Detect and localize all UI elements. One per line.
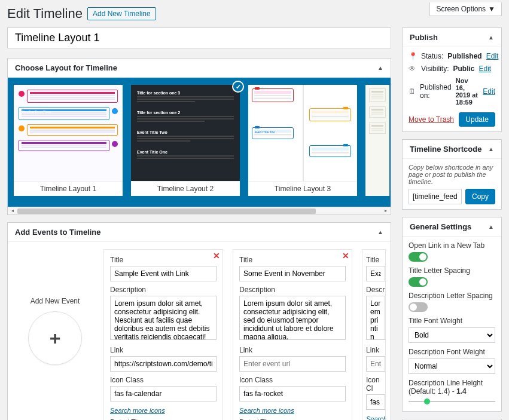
calendar-icon: 🗓	[409, 87, 416, 96]
add-new-event-label: Add New Event	[16, 297, 94, 305]
field-label-description: Description	[239, 286, 346, 294]
field-label-link: Link	[366, 346, 385, 354]
shortcode-box: Timeline Shortcode▲ Copy below shortcode…	[402, 139, 502, 210]
search-more-icons-link[interactable]: Search	[366, 415, 386, 420]
add-event-button[interactable]: +	[28, 311, 82, 365]
page-title: Edit Timeline	[7, 6, 83, 22]
event-description-input[interactable]: Lorem ipsum dolor sit amet, consectetur …	[239, 296, 346, 340]
event-card: Title Descri Lorem printin establ distra…	[362, 249, 386, 420]
scroll-left-icon[interactable]: ◂	[9, 208, 16, 213]
caret-up-icon: ▲	[377, 229, 383, 235]
shortcode-header[interactable]: Timeline Shortcode▲	[403, 140, 501, 159]
layout-option-2[interactable]: ✓ Title for section one 3 Title for sect…	[131, 85, 240, 196]
caret-down-icon: ▼	[488, 5, 495, 13]
layout-option-3[interactable]: Event Title Two Timeline Layout 3	[248, 85, 357, 196]
event-link-input[interactable]	[239, 356, 346, 372]
caret-up-icon: ▲	[488, 34, 494, 41]
event-icon-input[interactable]	[366, 394, 385, 410]
shortcode-note: Copy below shortcode in any page or post…	[409, 164, 495, 185]
choose-layout-header[interactable]: Choose Layout for Timeline ▲	[8, 59, 391, 78]
delete-event-button[interactable]: ✕	[213, 251, 220, 260]
edit-status-link[interactable]: Edit	[486, 52, 499, 60]
layout-label: Timeline Layout 2	[131, 181, 240, 196]
field-label-title: Title	[366, 256, 385, 264]
event-title-input[interactable]	[110, 266, 217, 281]
event-title-input[interactable]	[239, 266, 346, 281]
desc-letter-spacing-toggle[interactable]	[409, 302, 428, 312]
setting-label: Description Line Height (Default: 1.4) -…	[409, 379, 495, 396]
event-icon-input[interactable]	[239, 386, 346, 401]
move-to-trash-link[interactable]: Move to Trash	[409, 115, 454, 124]
setting-label: Description Font Weight	[409, 348, 495, 356]
open-link-toggle[interactable]	[409, 252, 428, 262]
field-label-icon: Icon Class	[110, 376, 217, 384]
setting-label: Title Font Weight	[409, 317, 495, 325]
layout-option-1[interactable]: Headline Event Three Timeline Layout 1	[14, 85, 123, 196]
search-more-icons-link[interactable]: Search more icons	[239, 407, 294, 414]
edit-visibility-link[interactable]: Edit	[478, 65, 491, 73]
desc-font-weight-select[interactable]: Normal	[409, 358, 495, 374]
event-card: ✕ Title Description Lorem ipsum dolor si…	[103, 249, 223, 420]
choose-layout-box: Choose Layout for Timeline ▲ Headline Ev…	[7, 58, 391, 215]
setting-label: Title Letter Spacing	[409, 266, 495, 275]
layouts-scrollbar[interactable]: ◂ ▸	[8, 207, 391, 214]
publish-header[interactable]: Publish▲	[403, 28, 501, 47]
post-title-input[interactable]	[7, 27, 391, 48]
field-label-link: Link	[239, 346, 346, 354]
delete-event-button[interactable]: ✕	[342, 251, 349, 260]
event-description-input[interactable]: Lorem printin establ distra when	[366, 296, 385, 340]
shortcode-input[interactable]	[409, 189, 462, 204]
general-settings-box: General Settings▲ Open Link in a New Tab…	[402, 217, 502, 412]
setting-label: Description Letter Spacing	[409, 292, 495, 300]
caret-up-icon: ▲	[488, 223, 494, 230]
field-label-link: Link	[110, 346, 217, 354]
layout-label: Timeline Layout 3	[248, 181, 357, 196]
update-button[interactable]: Update	[459, 112, 495, 127]
copy-shortcode-button[interactable]: Copy	[465, 189, 495, 204]
caret-up-icon: ▲	[377, 65, 383, 71]
field-label-title: Title	[110, 256, 217, 264]
edit-date-link[interactable]: Edit	[483, 87, 495, 96]
title-font-weight-select[interactable]: Bold	[409, 327, 495, 343]
scroll-right-icon[interactable]: ▸	[382, 208, 389, 213]
event-link-input[interactable]	[366, 356, 385, 372]
event-icon-input[interactable]	[110, 386, 217, 401]
line-height-slider[interactable]	[409, 398, 495, 405]
selected-check-icon: ✓	[232, 81, 244, 93]
plus-icon: +	[50, 327, 61, 350]
eye-icon: 👁	[409, 65, 417, 73]
setting-label: Open Link in a New Tab	[409, 241, 495, 250]
publish-box: Publish▲ 📍Status: Published Edit 👁Visibi…	[402, 27, 502, 132]
event-link-input[interactable]	[110, 356, 217, 372]
field-label-description: Description	[110, 286, 217, 294]
general-settings-header[interactable]: General Settings▲	[403, 217, 501, 237]
field-label-description: Descri	[366, 286, 385, 294]
event-description-input[interactable]: Lorem ipsum dolor sit amet, consectetur …	[110, 296, 217, 340]
search-more-icons-link[interactable]: Search more icons	[110, 407, 165, 414]
title-letter-spacing-toggle[interactable]	[409, 277, 428, 287]
layout-option-4[interactable]	[365, 85, 389, 196]
layout-label: Timeline Layout 1	[14, 181, 123, 196]
pin-icon: 📍	[409, 52, 417, 60]
add-new-timeline-button[interactable]: Add New Timeline	[87, 7, 156, 20]
add-events-header[interactable]: Add Events to Timeline ▲	[8, 223, 391, 242]
event-card: ✕ Title Description Lorem ipsum dolor si…	[233, 249, 352, 420]
event-title-input[interactable]	[366, 266, 385, 281]
add-events-box: Add Events to Timeline ▲ Add New Event +…	[7, 222, 391, 420]
field-label-icon: Icon Cl	[366, 376, 385, 393]
caret-up-icon: ▲	[488, 146, 494, 152]
screen-options-button[interactable]: Screen Options ▼	[429, 2, 502, 16]
field-label-icon: Icon Class	[239, 376, 346, 384]
field-label-title: Title	[239, 256, 346, 264]
